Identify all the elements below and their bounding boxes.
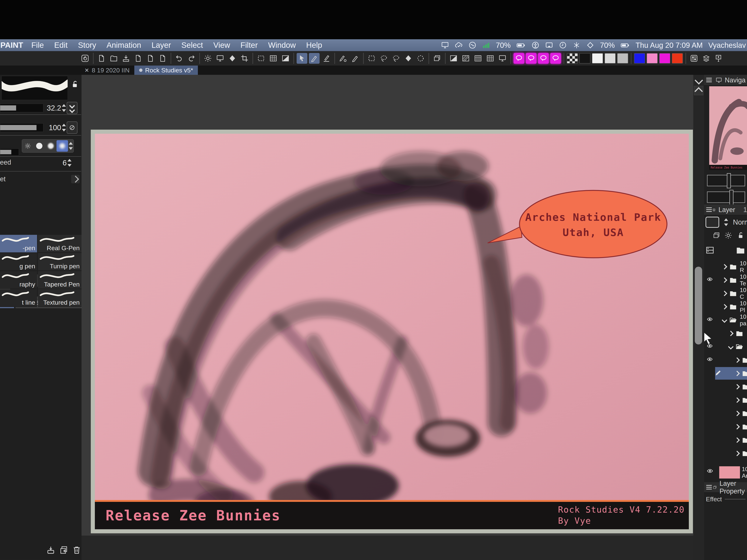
sketch-diamond-icon[interactable]	[586, 41, 594, 49]
open-file-icon[interactable]	[108, 53, 119, 64]
lasso-fill-icon[interactable]	[391, 53, 402, 64]
menu-item-view[interactable]: View	[213, 41, 230, 50]
scroll-up-button[interactable]	[694, 86, 703, 95]
time-machine-icon[interactable]	[559, 41, 567, 49]
navigator-rotate-slider[interactable]	[707, 191, 745, 203]
duplicate-add-icon[interactable]	[59, 545, 68, 555]
layer-row-art-board[interactable]: 100 % Art B	[704, 464, 747, 481]
ruler-pen-icon[interactable]	[321, 53, 332, 64]
navigator-header[interactable]: Naviga	[704, 75, 747, 85]
folder-icon[interactable]	[741, 449, 747, 457]
swatch-pink[interactable]	[647, 53, 658, 63]
scroll-down-icon[interactable]	[695, 76, 703, 84]
lock-layer-icon[interactable]	[736, 232, 744, 239]
navigator-zoom-slider[interactable]	[707, 175, 745, 186]
folder-icon[interactable]	[741, 369, 747, 377]
battery-icon-2[interactable]	[620, 42, 630, 49]
folder-icon[interactable]	[735, 329, 744, 338]
subtool-item-tapered-pen[interactable]: Tapered Pen	[38, 271, 81, 289]
subtool-side-item-selected[interactable]: -pen	[0, 235, 37, 252]
paper-stack-icon[interactable]	[432, 53, 442, 64]
screen-mirroring-icon[interactable]	[545, 41, 553, 49]
stabilization-stepper[interactable]	[67, 159, 72, 167]
folder-icon[interactable]	[741, 409, 747, 418]
expand-chevron-icon[interactable]	[728, 344, 733, 349]
screen-box-icon[interactable]	[497, 53, 508, 64]
balloon-tool-icon-1[interactable]	[514, 53, 524, 64]
blend-mode-value-partial[interactable]: Norma	[733, 218, 747, 226]
folder-open-icon[interactable]	[735, 343, 744, 351]
deselect-icon[interactable]	[256, 53, 266, 64]
battery-icon-1[interactable]	[516, 42, 526, 49]
navigator-thumbnail[interactable]: Release Zee Bunnies	[709, 86, 747, 170]
export-jpg-icon[interactable]	[133, 53, 144, 64]
swatch-black[interactable]	[579, 53, 590, 63]
layer-row-1[interactable]: 10R	[704, 260, 747, 273]
folder-icon[interactable]	[728, 289, 738, 297]
redo-icon[interactable]	[186, 53, 197, 64]
subtool-item-textured-pen[interactable]: Textured pen	[38, 289, 81, 307]
balloon-tool-icon-2[interactable]	[526, 53, 537, 64]
eraser-diamond-icon[interactable]	[227, 53, 238, 64]
layer-thumbnail-pink[interactable]	[719, 466, 740, 479]
clip-to-layer-icon[interactable]	[713, 232, 720, 239]
cloud-check-icon[interactable]	[455, 41, 463, 49]
material-pin-icon[interactable]	[713, 53, 724, 64]
new-folder-icon[interactable]	[736, 245, 746, 255]
menu-item-file[interactable]: File	[31, 41, 44, 50]
brush-size-value[interactable]: 32.2	[43, 104, 61, 112]
opacity-stepper[interactable]	[61, 123, 67, 132]
curve-pen-icon[interactable]	[309, 53, 319, 64]
folder-icon[interactable]	[741, 423, 747, 431]
aa-stepper[interactable]	[68, 142, 74, 150]
expand-chevron-icon[interactable]	[722, 304, 727, 310]
folder-icon[interactable]	[728, 263, 738, 271]
brush-size-stepper[interactable]	[61, 104, 67, 112]
layer-property-header[interactable]: Layer Property	[704, 482, 747, 492]
new-document-icon[interactable]	[96, 53, 107, 64]
tab-document-active[interactable]: Rock Studies v5*	[134, 65, 198, 75]
aa-weak-button[interactable]	[33, 140, 45, 152]
pencil-icon[interactable]	[350, 53, 361, 64]
layer-panel-header[interactable]: Layer 1	[704, 205, 747, 215]
layer-row-8[interactable]	[704, 353, 747, 367]
keyboard-settings-icon[interactable]	[572, 41, 581, 49]
opacity-effect-button[interactable]	[67, 122, 77, 134]
layer-stack-icon[interactable]	[701, 53, 712, 64]
eye-icon[interactable]	[706, 468, 714, 475]
layer-row-11[interactable]	[704, 393, 747, 407]
stabilization-value[interactable]: 6	[56, 159, 67, 167]
invert-selection-icon[interactable]	[268, 53, 279, 64]
menu-item-filter[interactable]: Filter	[240, 41, 258, 50]
folder-open-icon[interactable]	[728, 316, 738, 324]
eye-icon[interactable]	[706, 276, 714, 283]
layer-row-13[interactable]	[704, 420, 747, 433]
brush-size-slider[interactable]	[0, 104, 43, 112]
blend-mode-stepper[interactable]	[723, 218, 729, 226]
filter-sparkle-icon[interactable]	[203, 53, 213, 64]
blend-mode-thumb[interactable]	[705, 217, 719, 228]
expand-chevron-icon[interactable]	[735, 384, 740, 390]
menu-item-story[interactable]: Story	[78, 41, 96, 50]
crop-icon[interactable]	[239, 53, 250, 64]
expand-chevron-icon[interactable]	[728, 330, 733, 336]
tone-pattern-icon-1[interactable]	[473, 53, 483, 64]
subtool-side-item[interactable]: t line	[0, 289, 37, 307]
folder-icon[interactable]	[741, 382, 747, 391]
artwork-canvas[interactable]: Arches National Park Utah, USA Release Z…	[95, 134, 689, 529]
layer-row-10[interactable]	[704, 380, 747, 393]
layer-row-9[interactable]	[704, 367, 747, 380]
folder-icon[interactable]	[741, 396, 747, 404]
expand-chevron-icon[interactable]	[735, 397, 740, 403]
expand-chevron-icon[interactable]	[735, 410, 740, 416]
subtool-item-turnip-pen[interactable]: Turnip pen	[38, 253, 81, 271]
swatch-light-gray[interactable]	[604, 53, 616, 63]
app-menu-name[interactable]: PAINT	[0, 41, 23, 50]
pencil-settings-icon[interactable]	[338, 53, 348, 64]
eye-icon[interactable]	[706, 316, 714, 323]
display-icon[interactable]	[441, 41, 449, 49]
grid-view-icon[interactable]	[689, 53, 699, 64]
expand-chevron-icon[interactable]	[722, 291, 727, 296]
undo-icon[interactable]	[174, 53, 184, 64]
eye-icon[interactable]	[706, 356, 714, 363]
